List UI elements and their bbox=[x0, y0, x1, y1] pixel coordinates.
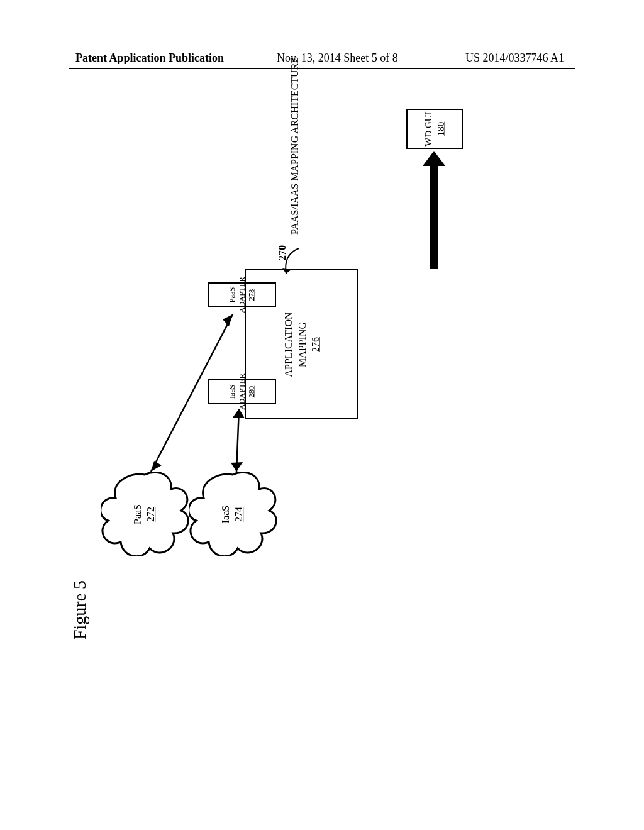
iaas-cloud: IaaS 274 bbox=[189, 472, 277, 556]
svg-marker-5 bbox=[151, 461, 162, 472]
svg-marker-4 bbox=[223, 314, 233, 326]
architecture-title: PAAS/IAAS MAPPING ARCHITECTURE bbox=[301, 223, 478, 235]
svg-line-6 bbox=[236, 409, 239, 472]
paas-cloud-label: PaaS 272 bbox=[131, 504, 158, 524]
header-left: Patent Application Publication bbox=[75, 52, 224, 65]
wd-gui-box: WD GUI 180 bbox=[406, 109, 463, 149]
paas-adapter-box: PaaSADAPTER 278 bbox=[208, 282, 276, 307]
iaas-cloud-label: IaaS 274 bbox=[219, 505, 246, 523]
paas-cloud: PaaS 272 bbox=[101, 472, 189, 556]
figure-label: Figure 5 bbox=[90, 619, 149, 639]
svg-rect-1 bbox=[430, 163, 438, 269]
header-rule bbox=[69, 68, 575, 69]
svg-marker-7 bbox=[233, 409, 245, 418]
arrow-to-wdgui bbox=[421, 151, 447, 269]
svg-marker-2 bbox=[423, 151, 445, 166]
svg-marker-8 bbox=[231, 462, 243, 472]
arrow-iaas bbox=[225, 402, 250, 478]
svg-line-3 bbox=[151, 314, 233, 472]
header-right: US 2014/0337746 A1 bbox=[465, 52, 564, 65]
patent-figure-page: Patent Application Publication Nov. 13, … bbox=[0, 0, 644, 830]
application-mapping-label: APPLICATIONMAPPING 276 bbox=[281, 312, 322, 377]
wd-gui-label: WD GUI 180 bbox=[423, 111, 447, 146]
